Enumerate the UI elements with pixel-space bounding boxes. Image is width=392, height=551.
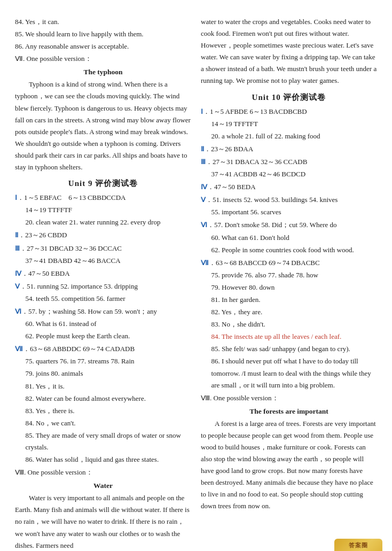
unit9-section4: Ⅳ．47～50 EBDA bbox=[15, 268, 191, 280]
unit9-section5: Ⅴ．51. running 52. importance 53. drippin… bbox=[15, 281, 191, 305]
roman8-label-right: Ⅷ. One possible version： bbox=[201, 392, 377, 404]
unit9-I: Ⅰ．1～5 EBFAC 6～13 CBBDCCDA bbox=[15, 192, 191, 204]
answer-86-left: 86. Any reasonable answer is acceptable. bbox=[15, 41, 191, 52]
unit10-II: Ⅱ．23～26 BDAA bbox=[201, 143, 377, 155]
unit10-III-sub: 37～41 ACBDB 42～46 BCDCD bbox=[201, 168, 377, 180]
unit10-I-sub2: 20. a whole 21. full of 22. making food bbox=[201, 130, 377, 142]
unit9-IV: Ⅳ．47～50 EBDA bbox=[15, 268, 191, 280]
unit9-section7: Ⅶ．63～68 ABBDDC 69～74 CADADB 75. quarters… bbox=[15, 343, 191, 465]
unit10-VI-sub1: 60. What can 61. Don't hold bbox=[201, 232, 377, 244]
unit10-VI-sub2: 62. People in some countries cook food w… bbox=[201, 244, 377, 256]
unit9-II: Ⅱ．23～26 CBDD bbox=[15, 229, 191, 241]
unit10-III: Ⅲ．27～31 DBACA 32～36 CCADB bbox=[201, 156, 377, 168]
unit9-I-sub2: 20. clean water 21. water running 22. ev… bbox=[15, 216, 191, 228]
unit10-VII-81: 81. In her garden. bbox=[201, 294, 377, 306]
watermark: 答案圈 MXQE .COM bbox=[334, 539, 382, 551]
unit9-VII: Ⅶ．63～68 ABBDDC 69～74 CADADB bbox=[15, 343, 191, 355]
unit9-VII-sub1: 75. quarters 76. in 77. streams 78. Rain bbox=[15, 355, 191, 367]
essay3-title-forests: The forests are important bbox=[201, 407, 377, 416]
unit9-VII-83: 83. Yes，there is. bbox=[15, 405, 191, 417]
unit9-III: Ⅲ．27～31 DBCAD 32～36 DCCAC bbox=[15, 243, 191, 254]
unit9-VI-sub2: 62. People must keep the Earth clean. bbox=[15, 330, 191, 342]
unit9-section2: Ⅱ．23～26 CBDD bbox=[15, 229, 191, 241]
unit10-VII-sub1: 75. provide 76. also 77. shade 78. how bbox=[201, 269, 377, 281]
unit9-VII-86: 86. Water has solid，liquid and gas three… bbox=[15, 454, 191, 465]
essay3-forests-body: A forest is a large area of trees. Fores… bbox=[201, 418, 377, 513]
unit10-section7: Ⅶ．63～68 BABCCD 69～74 DBACBC 75. provide … bbox=[201, 257, 377, 391]
unit9-section1: Ⅰ．1～5 EBFAC 6～13 CBBDCCDA 14～19 TTFFTF 2… bbox=[15, 192, 191, 228]
page: 84. Yes，it can. 85. We should learn to l… bbox=[0, 0, 392, 551]
unit10-section6: Ⅵ．57. Don't smoke 58. Did；cut 59. Where … bbox=[201, 219, 377, 255]
essay2-water-cont: water to water the crops and vegetables.… bbox=[201, 16, 377, 87]
unit9-VII-sub2: 79. joins 80. animals bbox=[15, 368, 191, 379]
essay-title-typhoon: The typhoon bbox=[15, 68, 191, 76]
essay-typhoon-body: Typhoon is a kind of strong wind. When t… bbox=[15, 79, 191, 173]
unit9-V: Ⅴ．51. running 52. importance 53. drippin… bbox=[15, 281, 191, 292]
unit9-VII-82: 82. Water can be found almost everywhere… bbox=[15, 393, 191, 405]
unit9-VI-sub1: 60. What is 61. instead of bbox=[15, 318, 191, 330]
unit9-I-sub1: 14～19 TTFFTF bbox=[15, 204, 191, 216]
unit10-I-sub1: 14～19 TFFTFT bbox=[201, 118, 377, 130]
unit9-VII-85: 85. They are made of very small drops of… bbox=[15, 430, 191, 453]
unit10-section4: Ⅳ．47～50 BEDA bbox=[201, 181, 377, 193]
unit10-VII-86: 86. I should never put off what I have t… bbox=[201, 355, 377, 391]
unit10-title: Unit 10 评价测试卷 bbox=[201, 92, 377, 103]
unit10-V-sub: 55. important 56. scarves bbox=[201, 206, 377, 218]
roman8-label-left: Ⅷ. One possible version： bbox=[15, 467, 191, 478]
unit10-VII-sub2: 79. However 80. down bbox=[201, 282, 377, 293]
essay2-title-water: Water bbox=[15, 482, 191, 490]
unit10-section5: Ⅴ．51. insects 52. wood 53. buildings 54.… bbox=[201, 194, 377, 218]
unit10-VII: Ⅶ．63～68 BABCCD 69～74 DBACBC bbox=[201, 257, 377, 269]
unit9-V-sub: 54. teeth 55. competition 56. farmer bbox=[15, 293, 191, 305]
unit10-I: Ⅰ．1～5 AFBDE 6～13 BACDBCBD bbox=[201, 106, 377, 118]
unit10-VII-82: 82. Yes，they are. bbox=[201, 306, 377, 318]
unit9-section6: Ⅵ．57. by；washing 58. How can 59. won't；a… bbox=[15, 306, 191, 342]
unit10-IV: Ⅳ．47～50 BEDA bbox=[201, 181, 377, 193]
answer-84-left: 84. Yes，it can. bbox=[15, 16, 191, 28]
roman7-label-left: Ⅶ. One possible version： bbox=[15, 53, 191, 65]
essay2-water-body: Water is very important to all animals a… bbox=[15, 492, 191, 551]
unit9-III-sub: 37～41 DBABD 42～46 BACCA bbox=[15, 255, 191, 267]
unit9-VII-84: 84. No，we can't. bbox=[15, 417, 191, 429]
right-column: water to water the crops and vegetables.… bbox=[201, 16, 377, 551]
unit10-section2: Ⅱ．23～26 BDAA bbox=[201, 143, 377, 155]
unit10-section3: Ⅲ．27～31 DBACA 32～36 CCADB 37～41 ACBDB 42… bbox=[201, 156, 377, 180]
unit10-VII-84: 84. The insects ate up all the leaves / … bbox=[201, 331, 377, 343]
unit10-VII-83: 83. No，she didn't. bbox=[201, 319, 377, 330]
unit9-VI: Ⅵ．57. by；washing 58. How can 59. won't；a… bbox=[15, 306, 191, 317]
unit10-VI: Ⅵ．57. Don't smoke 58. Did；cut 59. Where … bbox=[201, 219, 377, 231]
unit10-V: Ⅴ．51. insects 52. wood 53. buildings 54.… bbox=[201, 194, 377, 206]
unit9-title: Unit 9 评价测试卷 bbox=[15, 179, 191, 189]
answer-85-left: 85. We should learn to live happily with… bbox=[15, 28, 191, 40]
unit10-section1: Ⅰ．1～5 AFBDE 6～13 BACDBCBD 14～19 TFFTFT 2… bbox=[201, 106, 377, 142]
unit9-section3: Ⅲ．27～31 DBCAD 32～36 DCCAC 37～41 DBABD 42… bbox=[15, 243, 191, 267]
watermark-top: 答案圈 bbox=[349, 541, 368, 549]
unit10-VII-85: 85. She felt/ was sad/ unhappy (and bega… bbox=[201, 343, 377, 355]
left-column: 84. Yes，it can. 85. We should learn to l… bbox=[15, 16, 191, 551]
unit9-VII-81: 81. Yes，it is. bbox=[15, 381, 191, 392]
